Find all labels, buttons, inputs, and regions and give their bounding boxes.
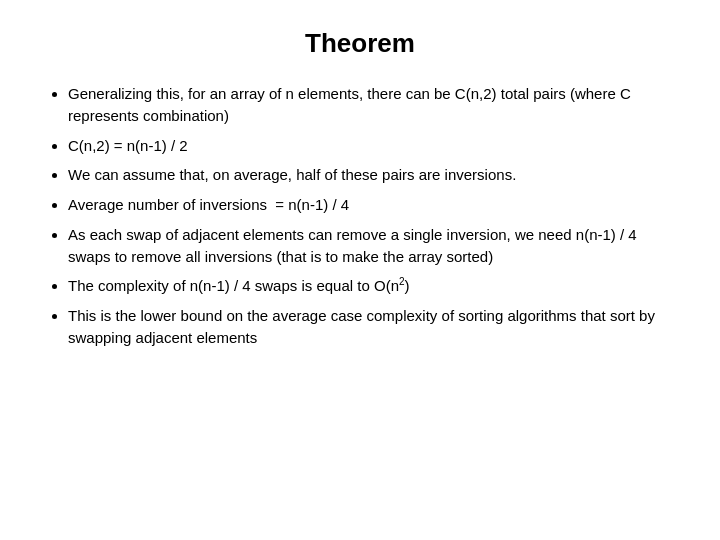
list-item: Generalizing this, for an array of n ele… [68,83,680,127]
list-item: We can assume that, on average, half of … [68,164,680,186]
content-area: Generalizing this, for an array of n ele… [40,83,680,520]
list-item: As each swap of adjacent elements can re… [68,224,680,268]
list-item: The complexity of n(n-1) / 4 swaps is eq… [68,275,680,297]
list-item: C(n,2) = n(n-1) / 2 [68,135,680,157]
list-item: This is the lower bound on the average c… [68,305,680,349]
bullet-list: Generalizing this, for an array of n ele… [40,83,680,349]
page-container: Theorem Generalizing this, for an array … [0,0,720,540]
list-item: Average number of inversions = n(n-1) / … [68,194,680,216]
page-title: Theorem [40,28,680,59]
